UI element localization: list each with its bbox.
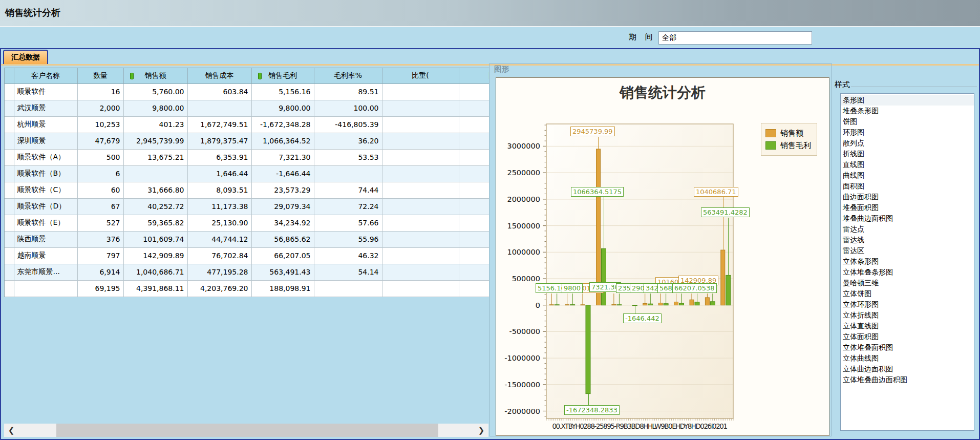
table-cell[interactable]: 7,321.30: [251, 149, 314, 165]
table-cell[interactable]: -1,672,348.28: [251, 116, 314, 133]
style-list-item[interactable]: 立体面积图: [841, 331, 974, 342]
style-list-item[interactable]: 立体饼图: [841, 288, 974, 299]
table-cell[interactable]: [459, 182, 489, 198]
table-cell[interactable]: [123, 165, 187, 182]
table-cell[interactable]: 142,909.89: [123, 247, 187, 264]
table-cell[interactable]: 34,234.92: [251, 215, 314, 231]
table-cell[interactable]: 武汉顺景: [14, 100, 77, 116]
table-cell[interactable]: [459, 264, 489, 280]
style-list-item[interactable]: 堆叠面积图: [841, 202, 974, 213]
table-cell[interactable]: [382, 231, 459, 247]
table-cell[interactable]: -1,646.44: [251, 165, 314, 182]
table-cell[interactable]: 顺景软件: [14, 83, 77, 100]
table-cell[interactable]: 9,800.00: [123, 100, 187, 116]
style-list-item[interactable]: 饼图: [841, 116, 974, 127]
table-cell[interactable]: [382, 100, 459, 116]
table-cell[interactable]: 31,666.80: [123, 182, 187, 198]
table-cell[interactable]: 67: [77, 198, 123, 215]
table-cell[interactable]: 顺景软件（C）: [14, 182, 77, 198]
tab-summary-data[interactable]: 汇总数据: [3, 50, 48, 64]
style-list-item[interactable]: 堆叠条形图: [841, 106, 974, 116]
table-cell[interactable]: [382, 247, 459, 264]
table-cell[interactable]: 5,156.16: [251, 83, 314, 100]
style-list-item[interactable]: 曼哈顿三维: [841, 278, 974, 288]
table-cell[interactable]: 55.96: [314, 231, 382, 247]
style-list-item[interactable]: 立体堆叠面积图: [841, 342, 974, 353]
table-cell[interactable]: [14, 280, 77, 297]
table-cell[interactable]: 6,914: [77, 264, 123, 280]
row-indicator[interactable]: [5, 149, 14, 165]
table-row[interactable]: 顺景软件（A）50013,675.216,353.917,321.3053.53: [5, 149, 489, 165]
row-indicator[interactable]: [5, 280, 14, 297]
table-cell[interactable]: 40,252.72: [123, 198, 187, 215]
column-header-6[interactable]: 毛利率%: [314, 68, 382, 83]
table-cell[interactable]: 36.20: [314, 133, 382, 149]
table-cell[interactable]: 越南顺景: [14, 247, 77, 264]
table-cell[interactable]: 188,098.91: [251, 280, 314, 297]
table-cell[interactable]: 25,130.90: [187, 215, 251, 231]
scrollbar-thumb[interactable]: [56, 424, 438, 437]
table-cell[interactable]: [382, 116, 459, 133]
table-cell[interactable]: 500: [77, 149, 123, 165]
table-cell[interactable]: [459, 247, 489, 264]
table-cell[interactable]: 47,679: [77, 133, 123, 149]
table-row[interactable]: 东莞市顺景...6,9141,040,686.71477,195.28563,4…: [5, 264, 489, 280]
table-cell[interactable]: [459, 100, 489, 116]
table-cell[interactable]: [382, 215, 459, 231]
table-cell[interactable]: 8,093.51: [187, 182, 251, 198]
style-list-item[interactable]: 立体折线图: [841, 310, 974, 321]
table-cell[interactable]: [459, 116, 489, 133]
row-indicator[interactable]: [5, 83, 14, 100]
style-list-item[interactable]: 立体环形图: [841, 299, 974, 310]
table-cell[interactable]: [382, 182, 459, 198]
table-cell[interactable]: 1,672,749.51: [187, 116, 251, 133]
table-cell[interactable]: 1,066,364.52: [251, 133, 314, 149]
table-cell[interactable]: 69,195: [77, 280, 123, 297]
table-cell[interactable]: [382, 149, 459, 165]
table-cell[interactable]: 深圳顺景: [14, 133, 77, 149]
row-indicator[interactable]: [5, 165, 14, 182]
row-indicator[interactable]: [5, 198, 14, 215]
table-cell[interactable]: 527: [77, 215, 123, 231]
table-cell[interactable]: 2,000: [77, 100, 123, 116]
row-indicator[interactable]: [5, 247, 14, 264]
table-cell[interactable]: 6: [77, 165, 123, 182]
table-cell[interactable]: 2,945,739.99: [123, 133, 187, 149]
table-cell[interactable]: 1,646.44: [187, 165, 251, 182]
table-cell[interactable]: [459, 133, 489, 149]
column-header-8[interactable]: 比重(: [459, 68, 489, 83]
row-indicator[interactable]: [5, 116, 14, 133]
table-cell[interactable]: [382, 165, 459, 182]
style-list-item[interactable]: 面积图: [841, 181, 974, 192]
style-list-item[interactable]: 雷达线: [841, 235, 974, 245]
table-cell[interactable]: 6,353.91: [187, 149, 251, 165]
column-header-7[interactable]: 比重(: [382, 68, 459, 83]
table-cell[interactable]: 101,609.74: [123, 231, 187, 247]
row-indicator[interactable]: [5, 100, 14, 116]
table-cell[interactable]: [314, 280, 382, 297]
column-header-4[interactable]: 销售成本: [187, 68, 251, 83]
table-cell[interactable]: 16: [77, 83, 123, 100]
style-list-item[interactable]: 散列点: [841, 138, 974, 149]
column-header-0[interactable]: [5, 68, 14, 83]
table-cell[interactable]: 74.44: [314, 182, 382, 198]
table-cell[interactable]: 10,253: [77, 116, 123, 133]
style-list-item[interactable]: 立体堆叠条形图: [841, 267, 974, 278]
table-row[interactable]: 陕西顺景376101,609.7444,744.1256,865.6255.96: [5, 231, 489, 247]
column-header-2[interactable]: 数量: [77, 68, 123, 83]
table-cell[interactable]: -416,805.39: [314, 116, 382, 133]
table-row[interactable]: 顺景软件（E）52759,365.8225,130.9034,234.9257.…: [5, 215, 489, 231]
table-cell[interactable]: [314, 165, 382, 182]
table-cell[interactable]: [459, 165, 489, 182]
table-cell[interactable]: 57.66: [314, 215, 382, 231]
table-row[interactable]: 杭州顺景10,253401.231,672,749.51-1,672,348.2…: [5, 116, 489, 133]
table-cell[interactable]: 东莞市顺景...: [14, 264, 77, 280]
table-cell[interactable]: 11,173.38: [187, 198, 251, 215]
table-cell[interactable]: 477,195.28: [187, 264, 251, 280]
style-list-item[interactable]: 直线图: [841, 159, 974, 170]
table-cell[interactable]: [382, 198, 459, 215]
table-cell[interactable]: [382, 133, 459, 149]
style-list-item[interactable]: 折线图: [841, 149, 974, 159]
table-cell[interactable]: 13,675.21: [123, 149, 187, 165]
column-header-3[interactable]: 销售额: [123, 68, 187, 83]
